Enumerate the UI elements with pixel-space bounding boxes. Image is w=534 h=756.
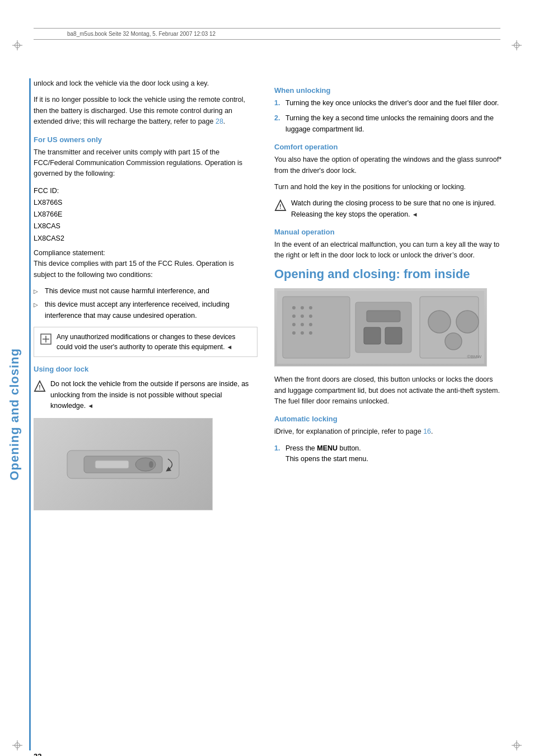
us-para: The transmitter and receiver units compl… [34, 147, 257, 180]
fcc-id-2: LX8766E [34, 209, 257, 220]
fcc-ids: FCC ID: LX8766S LX8766E LX8CAS LX8CAS2 [34, 185, 257, 245]
file-info-bar: ba8_m5us.book Seite 32 Montag, 5. Februa… [34, 28, 500, 40]
svg-point-16 [309, 306, 312, 309]
page: ba8_m5us.book Seite 32 Montag, 5. Februa… [0, 28, 534, 756]
sidebar-label: Opening and closing [7, 348, 22, 481]
manual-heading: Manual operation [274, 228, 504, 236]
door-lock-warning-box: ! Do not lock the vehicle from the outsi… [34, 379, 257, 411]
auto-locking-heading: Automatic locking [274, 415, 504, 423]
left-column: unlock and lock the vehicle via the door… [34, 78, 257, 517]
manual-text: In the event of an electrical malfunctio… [274, 240, 504, 261]
reg-mark-top-left [12, 40, 22, 50]
svg-rect-13 [283, 297, 350, 358]
svg-point-20 [292, 323, 296, 326]
using-door-lock-heading: Using door lock [34, 365, 257, 373]
comfort-warning-box: ! Watch during the closing process to be… [274, 198, 504, 220]
battery-para: If it is no longer possible to lock the … [34, 95, 257, 127]
step-2: 2. Turning the key a second time unlocks… [274, 113, 504, 135]
fcc-id-label: FCC ID: [34, 185, 257, 197]
svg-text:©BMW: ©BMW [467, 354, 482, 359]
auto-locking-text: iDrive, for explanation of principle, re… [274, 426, 504, 437]
comfort-warning-icon: ! [274, 199, 287, 212]
compliance-heading-text: Compliance statement: This device compli… [34, 248, 257, 280]
reg-mark-top-right [512, 40, 522, 50]
inside-para: When the front doors are closed, this bu… [274, 374, 504, 407]
svg-point-23 [292, 331, 296, 335]
svg-point-17 [292, 314, 296, 318]
step-num-2: 2. [274, 113, 280, 124]
file-info-text: ba8_m5us.book Seite 32 Montag, 5. Februa… [67, 31, 216, 37]
page-link-16[interactable]: 16 [423, 428, 431, 435]
svg-rect-8 [95, 461, 129, 468]
svg-point-31 [428, 311, 451, 333]
svg-point-15 [301, 306, 304, 309]
auto-step-num-1: 1. [274, 443, 280, 454]
auto-steps: 1. Press the MENU button. This opens the… [274, 443, 504, 465]
when-unlocking-steps: 1. Turning the key once unlocks the driv… [274, 98, 504, 135]
page-link-28[interactable]: 28 [216, 118, 223, 125]
intro-text: unlock and lock the vehicle via the door… [34, 78, 257, 89]
fcc-id-1: LX8766S [34, 197, 257, 209]
step-num-1: 1. [274, 98, 280, 109]
fcc-id-4: LX8CAS2 [34, 233, 257, 245]
comfort-heading: Comfort operation [274, 143, 504, 151]
bullet-item-2: this device must accept any interference… [34, 299, 257, 321]
notice-text: Any unauthorized modifications or change… [57, 332, 251, 352]
svg-point-9 [149, 461, 153, 468]
door-lock-warning-text: Do not lock the vehicle from the outside… [50, 379, 257, 411]
svg-point-18 [301, 314, 304, 318]
sidebar: Opening and closing [0, 78, 31, 750]
fcc-id-3: LX8CAS [34, 220, 257, 232]
svg-point-33 [445, 333, 462, 350]
comfort-warning-text: Watch during the closing process to be s… [291, 198, 504, 220]
inside-image: ©BMW [274, 288, 487, 367]
svg-rect-29 [385, 327, 402, 344]
comfort-para2: Turn and hold the key in the positions f… [274, 182, 504, 192]
svg-rect-26 [355, 302, 411, 353]
auto-step-1: 1. Press the MENU button. This opens the… [274, 443, 504, 465]
svg-point-25 [309, 331, 312, 335]
notice-icon [40, 333, 52, 350]
door-lock-image-inner [34, 419, 212, 510]
compliance-bullets: This device must not cause harmful inter… [34, 286, 257, 321]
reg-mark-bottom-right [512, 740, 522, 750]
for-us-heading: For US owners only [34, 135, 257, 144]
page-number: 32 [34, 752, 41, 756]
compliance-text: This device complies with part 15 of the… [34, 260, 234, 278]
svg-point-14 [292, 306, 296, 309]
svg-point-32 [456, 311, 479, 333]
menu-label: MENU [317, 444, 338, 452]
right-column: When unlocking 1. Turning the key once u… [274, 78, 504, 470]
warning-triangle-icon: ! [34, 380, 46, 392]
svg-rect-28 [364, 327, 381, 344]
svg-text:!: ! [39, 384, 40, 391]
door-handle-svg [56, 428, 190, 501]
svg-point-22 [309, 323, 312, 326]
svg-point-21 [301, 323, 304, 326]
bullet-item-1: This device must not cause harmful inter… [34, 286, 257, 297]
comfort-para: You also have the option of operating th… [274, 154, 504, 176]
when-unlocking-heading: When unlocking [274, 86, 504, 95]
svg-rect-27 [367, 311, 400, 322]
inside-controls-svg: ©BMW [277, 291, 484, 364]
svg-text:!: ! [279, 204, 281, 210]
step-1: 1. Turning the key once unlocks the driv… [274, 98, 504, 109]
inside-image-inner: ©BMW [275, 289, 486, 366]
door-lock-image [34, 418, 213, 510]
opening-closing-heading: Opening and closing: from inside [274, 267, 504, 281]
svg-point-24 [301, 331, 304, 335]
compliance-heading: Compliance statement: [34, 249, 105, 257]
notice-box: Any unauthorized modifications or change… [34, 327, 257, 357]
svg-point-19 [309, 314, 312, 318]
